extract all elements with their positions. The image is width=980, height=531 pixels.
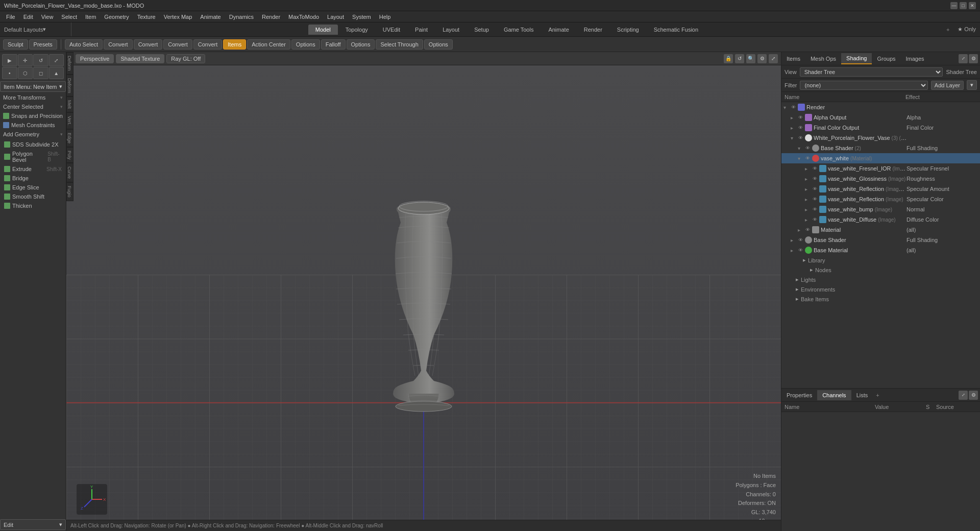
move-tool[interactable]: ✛ [18, 54, 33, 66]
tab-topology[interactable]: Topology [338, 25, 375, 35]
left-item-sds-subdivide-2x[interactable]: SDS Subdivide 2X [1, 140, 65, 149]
right-tab-images[interactable]: Images [901, 54, 929, 64]
add-layer-button[interactable]: Add Layer [931, 81, 964, 90]
filter-select[interactable]: (none) [800, 81, 927, 90]
left-item-smooth-shift[interactable]: Smooth Shift [1, 192, 65, 201]
tree-eye[interactable]: 👁 [811, 206, 818, 213]
tab-game-tools[interactable]: Game Tools [497, 25, 541, 35]
menu-render[interactable]: Render [258, 13, 284, 21]
left-item-extrude[interactable]: ExtrudeShift-X [1, 164, 65, 174]
viewport-settings-icon[interactable]: ⚙ [757, 54, 767, 63]
right-panel-popout-icon[interactable]: ⤢ [959, 54, 968, 63]
close-button[interactable]: ✕ [969, 2, 976, 9]
perspective-button[interactable]: Perspective [76, 54, 114, 63]
vert-tab-4[interactable]: Edge [66, 129, 74, 147]
falloff-button[interactable]: Falloff [321, 39, 346, 50]
viewport-search-icon[interactable]: 🔍 [746, 54, 755, 63]
scale-tool[interactable]: ⤢ [49, 54, 64, 66]
item-tool[interactable]: ▲ [49, 67, 64, 79]
shader-tree-row-2[interactable]: ▸👁Final Color OutputFinal Color [781, 123, 980, 133]
tree-arrow[interactable]: ▸ [805, 207, 811, 212]
tree-eye[interactable]: 👁 [811, 216, 818, 223]
menu-geometry[interactable]: Geometry [100, 13, 133, 21]
tree-eye[interactable]: 👁 [811, 175, 818, 182]
convert1-button[interactable]: Convert [104, 39, 133, 50]
right-panel-settings-icon[interactable]: ⚙ [969, 54, 978, 63]
tree-arrow[interactable]: ▾ [791, 135, 797, 141]
menu-animate[interactable]: Animate [196, 13, 225, 21]
vertex-tool[interactable]: • [2, 67, 17, 79]
tree-arrow[interactable]: ▸ [791, 237, 797, 243]
viewport-expand-icon[interactable]: ⤢ [769, 54, 778, 63]
tree-arrow[interactable]: ▸ [798, 227, 804, 233]
tree-arrow[interactable]: ▸ [805, 176, 811, 182]
vert-tab-2[interactable]: Melt [66, 96, 74, 112]
shader-tree-row-3[interactable]: ▾👁White_Porcelain_Flower_Vase(3) (New) [781, 133, 980, 143]
section-arrow[interactable]: ▸ [810, 267, 813, 273]
maximize-button[interactable]: □ [960, 2, 967, 9]
tree-eye[interactable]: 👁 [797, 134, 804, 141]
tree-eye[interactable]: 👁 [811, 165, 818, 172]
vert-tab-3[interactable]: Vert. [66, 112, 74, 129]
tree-eye[interactable]: 👁 [811, 196, 818, 203]
assign-material-button[interactable]: Shader Tree [946, 69, 977, 75]
menu-select[interactable]: Select [57, 13, 81, 21]
more-transforms-item[interactable]: More Transforms ▾ [0, 93, 66, 102]
shader-tree-row-1[interactable]: ▸👁Alpha OutputAlpha [781, 112, 980, 123]
sculpt-button[interactable]: Sculpt [3, 39, 28, 50]
tree-eye[interactable]: 👁 [797, 236, 804, 244]
tab-scripting[interactable]: Scripting [610, 25, 646, 35]
tree-section-environments[interactable]: ▸Environments [781, 284, 980, 294]
properties-tab[interactable]: Properties [781, 390, 817, 400]
items-button[interactable]: Items [223, 39, 246, 50]
select-tool[interactable]: ▶ [2, 54, 17, 66]
tree-arrow[interactable]: ▸ [791, 248, 797, 253]
tree-arrow[interactable]: ▸ [791, 115, 797, 120]
lists-tab[interactable]: Lists [851, 390, 873, 400]
edge-tool[interactable]: ⬡ [18, 67, 33, 79]
poly-tool[interactable]: ◻ [33, 67, 48, 79]
menu-help[interactable]: Help [375, 13, 395, 21]
menu-item[interactable]: Item [81, 13, 100, 21]
right-tab-groups[interactable]: Groups [872, 54, 900, 64]
tab-animate[interactable]: Animate [541, 25, 576, 35]
tree-eye[interactable]: 👁 [804, 226, 811, 233]
tree-eye[interactable]: 👁 [804, 155, 811, 162]
vert-tab-7[interactable]: Fugio [66, 182, 74, 201]
section-arrow[interactable]: ▸ [796, 296, 799, 302]
tree-arrow[interactable]: ▸ [805, 197, 811, 202]
auto-select-button[interactable]: Auto Select [65, 39, 103, 50]
tree-eye[interactable]: 👁 [811, 185, 818, 192]
shader-tree-row-4[interactable]: ▾👁Base Shader(2)Full Shading [781, 143, 980, 153]
left-menu-dropdown[interactable]: Item Menu: New Item ▾ [0, 81, 66, 92]
tree-eye[interactable]: 👁 [797, 124, 804, 131]
options3-button[interactable]: Options [424, 39, 453, 50]
select-through-button[interactable]: Select Through [376, 39, 423, 50]
menu-vertex map[interactable]: Vertex Map [160, 13, 197, 21]
rotate-tool[interactable]: ↺ [33, 54, 48, 66]
convert4-button[interactable]: Convert [193, 39, 223, 50]
tree-section-lights[interactable]: ▸Lights [781, 275, 980, 284]
tree-section-library[interactable]: ▸Library [781, 255, 980, 265]
tree-arrow[interactable]: ▸ [805, 166, 811, 172]
shaded-texture-button[interactable]: Shaded Texture [116, 54, 164, 63]
tree-section-bake items[interactable]: ▸Bake Items [781, 294, 980, 304]
presets-button[interactable]: Presets [29, 39, 57, 50]
tree-arrow[interactable]: ▸ [805, 217, 811, 223]
right-tab-items[interactable]: Items [781, 54, 805, 64]
convert2-button[interactable]: Convert [134, 39, 163, 50]
tab-plus[interactable]: + [873, 390, 882, 400]
shader-tree-row-9[interactable]: ▸👁vase_white_Reflection(Image)Specular C… [781, 194, 980, 204]
tab-render[interactable]: Render [577, 25, 609, 35]
center-selected-item[interactable]: Center Selected ▾ [0, 102, 66, 111]
tab-model[interactable]: Model [308, 25, 338, 35]
tree-arrow[interactable]: ▸ [805, 186, 811, 192]
options1-button[interactable]: Options [291, 39, 320, 50]
tree-eye[interactable]: 👁 [804, 144, 811, 152]
right-tab-meshops[interactable]: Mesh Ops [805, 54, 841, 64]
snaps-precision-item[interactable]: Snaps and Precision [0, 111, 66, 120]
tree-eye[interactable]: 👁 [790, 104, 797, 111]
menu-view[interactable]: View [37, 13, 58, 21]
tab-uvedit[interactable]: UVEdit [376, 25, 407, 35]
menu-edit[interactable]: Edit [19, 13, 37, 21]
